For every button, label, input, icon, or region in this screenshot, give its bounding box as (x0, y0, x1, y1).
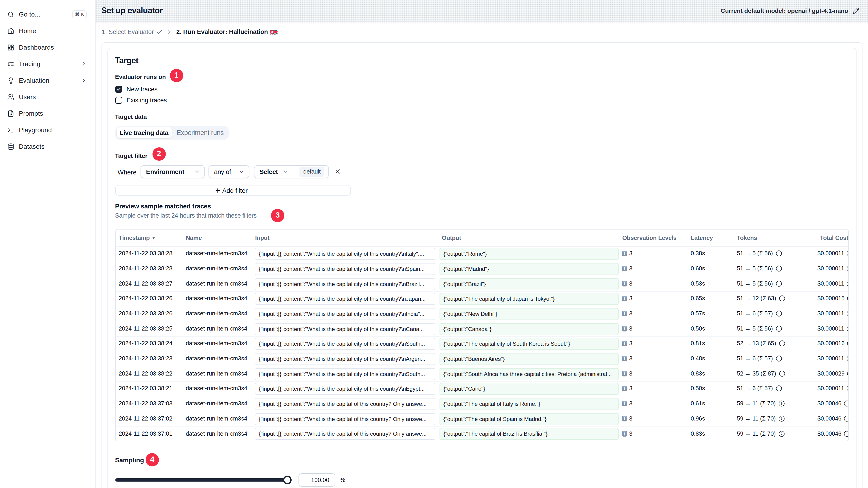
svg-text:i: i (624, 416, 625, 421)
svg-text:i: i (624, 326, 625, 331)
svg-text:i: i (624, 282, 625, 286)
svg-text:i: i (624, 401, 625, 406)
svg-text:i: i (624, 266, 625, 271)
svg-text:i: i (624, 371, 625, 376)
svg-text:i: i (624, 356, 625, 361)
svg-text:i: i (624, 341, 625, 346)
svg-text:i: i (624, 431, 625, 436)
svg-text:i: i (624, 296, 625, 301)
svg-text:i: i (624, 251, 625, 256)
svg-text:i: i (624, 386, 625, 391)
svg-text:i: i (624, 312, 625, 316)
